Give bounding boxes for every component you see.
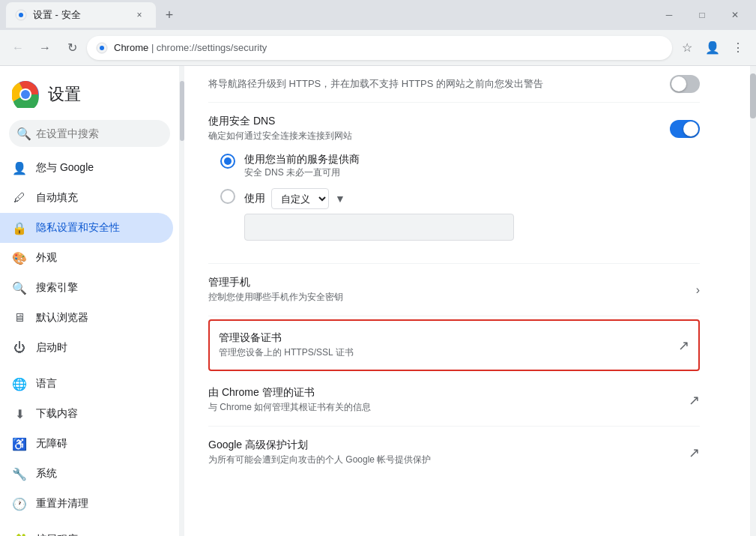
google-protection-title: Google 高级保护计划 (208, 439, 677, 452)
sidebar-item-reset-label: 重置并清理 (36, 497, 161, 511)
toolbar-actions: ☆ 👤 ⋮ (675, 36, 750, 60)
manage-certs-section: 管理设备证书 管理您设备上的 HTTPS/SSL 证书 ↗ (210, 321, 698, 370)
minimize-button[interactable]: ─ (654, 4, 684, 25)
sidebar-item-autofill-label: 自动填充 (36, 191, 161, 205)
dns-custom-input[interactable] (244, 214, 514, 241)
tab-title: 设置 - 安全 (33, 8, 126, 22)
browser-window: 设置 - 安全 × + ─ □ ✕ ← → ↻ Chrome | chrome:… (0, 0, 756, 536)
svg-point-1 (19, 13, 23, 17)
sidebar-item-extensions-label: 扩展程序 (36, 533, 145, 536)
manage-phone-inner: 管理手机 控制您使用哪些手机作为安全密钥 › (208, 276, 700, 304)
new-tab-button[interactable]: + (159, 4, 180, 25)
chrome-certs-external-link[interactable]: ↗ (689, 393, 700, 408)
search-input[interactable] (9, 120, 170, 147)
google-protection-external-link[interactable]: ↗ (689, 445, 700, 460)
sidebar-item-startup[interactable]: ⏻ 启动时 (0, 333, 173, 363)
tab-close-button[interactable]: × (132, 7, 147, 22)
autofill-icon: 🖊 (12, 190, 27, 205)
dns-custom-wrapper: 使用 自定义 ▼ (244, 188, 514, 209)
sidebar-item-browser[interactable]: 🖥 默认浏览器 (0, 303, 173, 333)
tab-favicon (15, 9, 27, 21)
dns-radio-current-sublabel: 安全 DNS 未必一直可用 (244, 166, 360, 179)
dns-radio-current: 使用您当前的服务提供商 安全 DNS 未必一直可用 (220, 148, 700, 184)
sidebar-item-download[interactable]: ⬇ 下载内容 (0, 399, 173, 429)
startup-icon: ⏻ (12, 340, 27, 355)
site-favicon (96, 42, 108, 54)
titlebar: 设置 - 安全 × + ─ □ ✕ (0, 0, 756, 30)
reload-button[interactable]: ↻ (60, 36, 84, 60)
https-warning-text: 将导航路径升级到 HTTPS，并在加载不支持 HTTPS 的网站之前向您发出警告 (208, 77, 543, 91)
address-bar[interactable]: Chrome | chrome://settings/security (87, 36, 672, 60)
safe-dns-toggle-thumb (683, 121, 698, 136)
manage-certs-action: ↗ (678, 337, 689, 354)
extensions-icon: 🧩 (12, 532, 27, 536)
accessibility-icon: ♿ (12, 436, 27, 451)
privacy-icon: 🔒 (12, 220, 27, 235)
dns-radio-group: 使用您当前的服务提供商 安全 DNS 未必一直可用 使用 自定义 (208, 142, 700, 251)
restore-button[interactable]: □ (687, 4, 717, 25)
https-toggle-thumb (671, 76, 686, 91)
chrome-certs-text: 由 Chrome 管理的证书 与 Chrome 如何管理其根证书有关的信息 (208, 386, 677, 414)
sidebar-item-browser-label: 默认浏览器 (36, 311, 161, 325)
sidebar-item-search-label: 搜索引擎 (36, 281, 161, 295)
sidebar-item-extensions[interactable]: 🧩 扩展程序 ↗ (0, 525, 173, 536)
appearance-icon: 🎨 (12, 250, 27, 265)
profile-button[interactable]: 👤 (701, 36, 725, 60)
back-button[interactable]: ← (6, 36, 30, 60)
chrome-certs-section: 由 Chrome 管理的证书 与 Chrome 如何管理其根证书有关的信息 ↗ (208, 374, 700, 427)
sidebar-item-language[interactable]: 🌐 语言 (0, 369, 173, 399)
sidebar-item-appearance[interactable]: 🎨 外观 (0, 243, 173, 273)
sidebar-item-google[interactable]: 👤 您与 Google (0, 153, 173, 183)
menu-button[interactable]: ⋮ (726, 36, 750, 60)
sidebar-item-search[interactable]: 🔍 搜索引擎 (0, 273, 173, 303)
manage-phone-chevron[interactable]: › (696, 283, 700, 296)
window-controls: ─ □ ✕ (654, 4, 750, 25)
active-tab[interactable]: 设置 - 安全 × (6, 2, 156, 28)
dns-radio-current-btn[interactable] (220, 154, 235, 169)
dns-radio-current-label: 使用您当前的服务提供商 (244, 153, 360, 166)
system-icon: 🔧 (12, 466, 27, 481)
sidebar-header: 设置 (0, 72, 179, 120)
forward-button[interactable]: → (33, 36, 57, 60)
manage-phone-section: 管理手机 控制您使用哪些手机作为安全密钥 › (208, 264, 700, 316)
dns-custom-select[interactable]: 自定义 (271, 188, 329, 209)
sidebar-item-accessibility-label: 无障碍 (36, 437, 161, 451)
https-toggle[interactable] (670, 75, 700, 93)
manage-phone-title: 管理手机 (208, 276, 684, 289)
close-button[interactable]: ✕ (720, 4, 750, 25)
toolbar: ← → ↻ Chrome | chrome://settings/securit… (0, 30, 756, 66)
chrome-certs-action: ↗ (689, 392, 700, 409)
sidebar-item-startup-label: 启动时 (36, 341, 161, 355)
bookmark-button[interactable]: ☆ (675, 36, 699, 60)
sidebar-item-accessibility[interactable]: ♿ 无障碍 (0, 429, 173, 459)
sidebar-item-reset[interactable]: 🕐 重置并清理 (0, 489, 173, 519)
dns-radio-custom-btn[interactable] (220, 189, 235, 204)
safe-dns-toggle[interactable] (670, 120, 700, 138)
manage-certs-external-link[interactable]: ↗ (678, 338, 689, 353)
dns-radio-custom-label: 使用 (244, 192, 265, 205)
browser-content: 设置 🔍 👤 您与 Google 🖊 自动填充 🔒 隐私设置和安全性 🎨 外观 (0, 66, 756, 536)
safe-dns-desc: 确定如何通过安全连接来连接到网站 (208, 130, 658, 142)
address-text: Chrome | chrome://settings/security (114, 42, 663, 53)
browser-icon: 🖥 (12, 310, 27, 325)
manage-certs-desc: 管理您设备上的 HTTPS/SSL 证书 (219, 346, 666, 359)
main-scrollbar[interactable] (750, 66, 756, 536)
manage-phone-desc: 控制您使用哪些手机作为安全密钥 (208, 291, 684, 304)
google-protection-action: ↗ (689, 445, 700, 461)
dns-radio-current-labels: 使用您当前的服务提供商 安全 DNS 未必一直可用 (244, 153, 360, 179)
search-bar[interactable]: 🔍 (9, 120, 170, 147)
safe-dns-toggle-wrapper (670, 120, 700, 138)
sidebar-item-google-label: 您与 Google (36, 161, 161, 175)
safe-dns-text: 使用安全 DNS 确定如何通过安全连接来连接到网站 (208, 115, 658, 142)
sidebar-item-privacy[interactable]: 🔒 隐私设置和安全性 (0, 213, 173, 243)
settings-title: 设置 (48, 83, 81, 106)
safe-dns-section: 使用安全 DNS 确定如何通过安全连接来连接到网站 (208, 103, 700, 264)
sidebar-item-download-label: 下载内容 (36, 407, 161, 421)
safe-dns-header: 使用安全 DNS 确定如何通过安全连接来连接到网站 (208, 115, 700, 142)
sidebar-item-system-label: 系统 (36, 467, 161, 481)
svg-point-6 (21, 90, 30, 99)
chrome-logo (12, 81, 39, 108)
sidebar-item-system[interactable]: 🔧 系统 (0, 459, 173, 489)
sidebar-item-autofill[interactable]: 🖊 自动填充 (0, 183, 173, 213)
google-protection-inner: Google 高级保护计划 为所有可能会遭到定向攻击的个人 Google 帐号提… (208, 439, 700, 466)
